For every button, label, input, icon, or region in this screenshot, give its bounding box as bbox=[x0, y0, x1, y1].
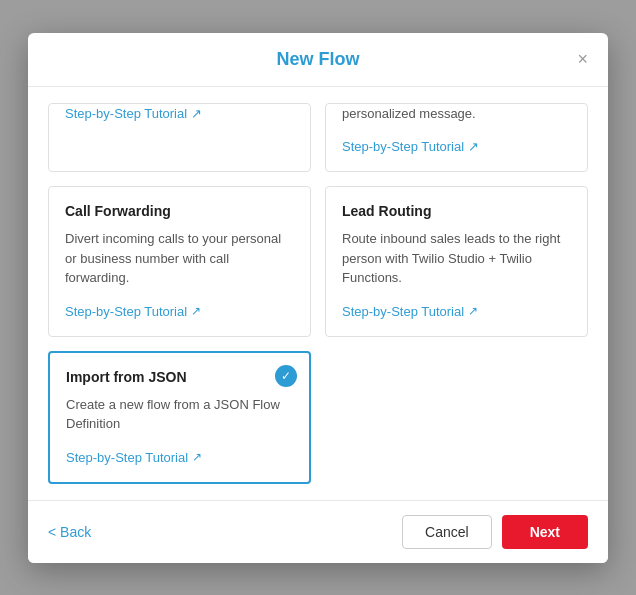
modal-title: New Flow bbox=[276, 49, 359, 70]
card-lead-routing[interactable]: Lead Routing Route inbound sales leads t… bbox=[325, 186, 588, 337]
card-lead-routing-title: Lead Routing bbox=[342, 203, 571, 219]
partial-tutorial-text-right: Step-by-Step Tutorial bbox=[342, 139, 464, 154]
partial-tutorial-text-left: Step-by-Step Tutorial bbox=[65, 106, 187, 121]
modal-footer: < Back Cancel Next bbox=[28, 500, 608, 563]
partial-cards-row: Step-by-Step Tutorial ↗ personalized mes… bbox=[48, 103, 588, 173]
partial-arrow-left: ↗ bbox=[191, 106, 202, 121]
card-call-forwarding-description: Divert incoming calls to your personal o… bbox=[65, 229, 294, 288]
card-call-forwarding-title: Call Forwarding bbox=[65, 203, 294, 219]
card-import-json[interactable]: ✓ Import from JSON Create a new flow fro… bbox=[48, 351, 311, 484]
card-import-json-link-text: Step-by-Step Tutorial bbox=[66, 450, 188, 465]
card-call-forwarding-link-arrow: ↗ bbox=[191, 304, 201, 318]
partial-description-right: personalized message. bbox=[342, 104, 571, 124]
card-call-forwarding-tutorial-link[interactable]: Step-by-Step Tutorial ↗ bbox=[65, 304, 201, 319]
card-lead-routing-link-arrow: ↗ bbox=[468, 304, 478, 318]
modal-body: Step-by-Step Tutorial ↗ personalized mes… bbox=[28, 87, 608, 500]
footer-actions: Cancel Next bbox=[402, 515, 588, 549]
card-lead-routing-description: Route inbound sales leads to the right p… bbox=[342, 229, 571, 288]
back-button[interactable]: < Back bbox=[48, 520, 91, 544]
card-call-forwarding[interactable]: Call Forwarding Divert incoming calls to… bbox=[48, 186, 311, 337]
card-import-json-link-arrow: ↗ bbox=[192, 450, 202, 464]
cards-grid: Call Forwarding Divert incoming calls to… bbox=[48, 186, 588, 484]
card-call-forwarding-link-text: Step-by-Step Tutorial bbox=[65, 304, 187, 319]
next-button[interactable]: Next bbox=[502, 515, 588, 549]
card-lead-routing-link-text: Step-by-Step Tutorial bbox=[342, 304, 464, 319]
card-import-json-tutorial-link[interactable]: Step-by-Step Tutorial ↗ bbox=[66, 450, 202, 465]
partial-tutorial-link-right[interactable]: Step-by-Step Tutorial ↗ bbox=[342, 139, 479, 154]
partial-card-right: personalized message. Step-by-Step Tutor… bbox=[325, 103, 588, 173]
cancel-button[interactable]: Cancel bbox=[402, 515, 492, 549]
card-import-json-title: Import from JSON bbox=[66, 369, 293, 385]
partial-tutorial-link-left[interactable]: Step-by-Step Tutorial ↗ bbox=[65, 106, 202, 121]
close-button[interactable]: × bbox=[573, 46, 592, 72]
partial-card-left: Step-by-Step Tutorial ↗ bbox=[48, 103, 311, 173]
selected-check-icon: ✓ bbox=[275, 365, 297, 387]
card-import-json-description: Create a new flow from a JSON Flow Defin… bbox=[66, 395, 293, 434]
partial-arrow-right: ↗ bbox=[468, 139, 479, 154]
new-flow-modal: New Flow × Step-by-Step Tutorial ↗ perso… bbox=[28, 33, 608, 563]
card-lead-routing-tutorial-link[interactable]: Step-by-Step Tutorial ↗ bbox=[342, 304, 478, 319]
modal-header: New Flow × bbox=[28, 33, 608, 87]
